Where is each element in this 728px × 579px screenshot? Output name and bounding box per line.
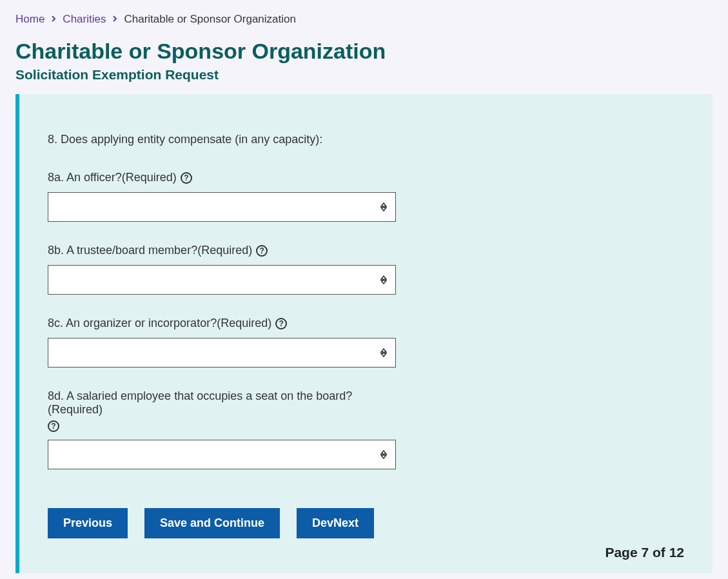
breadcrumb-charities[interactable]: Charities bbox=[63, 13, 106, 26]
help-icon[interactable]: ? bbox=[275, 318, 287, 329]
form-panel: 8. Does applying entity compensate (in a… bbox=[15, 94, 713, 573]
select-8d[interactable] bbox=[48, 440, 396, 469]
select-8a[interactable] bbox=[48, 192, 396, 222]
field-8c: 8c. An organizer or incorporator?(Requir… bbox=[48, 317, 396, 368]
label-8c: 8c. An organizer or incorporator?(Requir… bbox=[48, 317, 271, 330]
previous-button[interactable]: Previous bbox=[48, 508, 128, 538]
select-8c[interactable] bbox=[48, 338, 396, 368]
chevron-right-icon bbox=[112, 14, 117, 25]
save-continue-button[interactable]: Save and Continue bbox=[144, 508, 280, 538]
field-8b: 8b. A trustee/board member?(Required) ? bbox=[48, 244, 396, 295]
label-8b: 8b. A trustee/board member?(Required) bbox=[48, 244, 252, 257]
devnext-button[interactable]: DevNext bbox=[297, 508, 374, 538]
breadcrumb: Home Charities Charitable or Sponsor Org… bbox=[15, 13, 713, 26]
field-8d: 8d. A salaried employee that occupies a … bbox=[48, 389, 396, 469]
help-icon[interactable]: ? bbox=[48, 420, 59, 432]
chevron-right-icon bbox=[51, 14, 56, 25]
help-icon[interactable]: ? bbox=[256, 245, 268, 257]
field-8a: 8a. An officer?(Required) ? bbox=[48, 171, 396, 222]
button-row: Previous Save and Continue DevNext bbox=[48, 508, 684, 538]
page-indicator: Page 7 of 12 bbox=[48, 545, 684, 560]
breadcrumb-current: Charitable or Sponsor Organization bbox=[124, 13, 295, 26]
page-subtitle: Solicitation Exemption Request bbox=[15, 67, 713, 83]
select-8b[interactable] bbox=[48, 265, 396, 295]
breadcrumb-home[interactable]: Home bbox=[15, 13, 44, 26]
help-icon[interactable]: ? bbox=[181, 172, 192, 184]
label-8d: 8d. A salaried employee that occupies a … bbox=[48, 389, 396, 417]
page-title: Charitable or Sponsor Organization bbox=[15, 39, 713, 64]
question-intro: 8. Does applying entity compensate (in a… bbox=[48, 133, 684, 146]
label-8a: 8a. An officer?(Required) bbox=[48, 171, 177, 184]
